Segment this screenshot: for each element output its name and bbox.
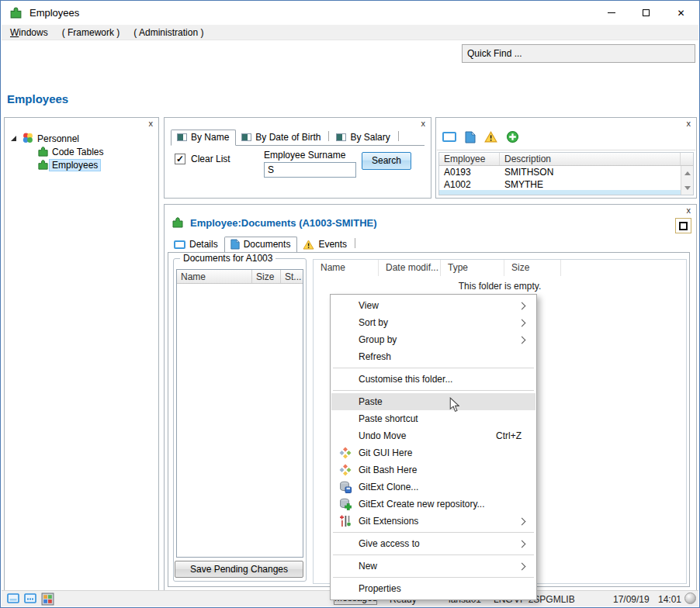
doc-panel-title: Employee:Documents (A1003-SMITHE) [172,216,377,229]
maximize-button[interactable] [629,1,664,25]
submenu-chevron-icon [518,517,526,525]
arrow-up-icon [684,171,691,175]
tree-selected-label: Employees [50,160,100,171]
menu-item-view[interactable]: View [331,297,535,314]
tree-item-code-tables[interactable]: Code Tables [5,145,158,158]
menu-framework[interactable]: ( Framework ) [55,25,127,40]
column-header-size[interactable]: Size [504,260,561,276]
clear-list-checkbox[interactable]: ✓ [175,154,185,164]
gitext-new-icon [339,498,352,510]
menu-item-paste[interactable]: Paste [331,393,535,410]
window-grid-icon[interactable] [24,592,36,605]
column-header-name[interactable]: Name [314,260,379,276]
tree-item-employees[interactable]: Employees [5,158,158,171]
app-puzzle-icon [9,6,23,19]
menu-item-customise-folder[interactable]: Customise this folder... [331,371,535,388]
menu-separator [333,390,534,391]
close-button[interactable]: ✕ [664,1,698,25]
menu-item-new[interactable]: New [331,558,535,575]
menu-item-refresh[interactable]: Refresh [331,348,535,365]
menu-item-give-access-to[interactable]: Give access to [331,535,535,552]
search-button[interactable]: Search [362,152,411,170]
menu-item-git-extensions[interactable]: Git Extensions [331,513,535,530]
maximize-icon [643,9,650,16]
results-panel-close-button[interactable]: x [687,119,691,129]
surname-input[interactable] [264,162,356,178]
framework-icon [22,132,34,144]
selection-strip [439,190,681,195]
screen-icon [241,133,251,141]
submenu-chevron-icon [518,562,526,570]
document-tabs: Details Documents Events [168,237,671,253]
menu-bar: Windows ( Framework ) ( Administration ) [2,25,698,40]
minimize-icon [608,12,615,13]
document-icon[interactable] [465,131,476,143]
toolbar-divider [437,150,695,150]
add-icon[interactable] [506,130,519,143]
tree-expand-icon[interactable] [11,136,16,141]
menu-item-sort-by[interactable]: Sort by [331,314,535,331]
submenu-chevron-icon [518,302,526,309]
column-header-status[interactable]: St... [281,270,303,283]
gitext-clone-icon [339,481,352,493]
submenu-chevron-icon [518,336,526,344]
table-row[interactable]: A0193 SMITHSON [439,166,693,178]
scroll-up-button[interactable] [681,168,693,178]
screen-icon [177,133,187,141]
table-row[interactable]: A1002 SMYTHE [439,178,693,191]
menu-item-gitext-create-repo[interactable]: GitExt Create new repository... [331,496,535,513]
menu-item-git-gui-here[interactable]: Git GUI Here [331,444,535,461]
title-bar: Employees ✕ [2,1,698,25]
search-tabs: By Name By Date of Birth By Salary [171,130,425,146]
menu-item-properties[interactable]: Properties [331,580,535,597]
warning-icon [303,240,314,250]
doc-panel-close-button[interactable]: x [687,206,691,216]
surname-label: Employee Surname [264,150,345,161]
column-header-size[interactable]: Size [252,270,281,283]
column-header-name[interactable]: Name [177,270,252,283]
scroll-down-button[interactable] [681,182,693,193]
menu-separator [333,532,534,533]
results-grid-header: Employee Description [439,153,693,166]
tab-documents[interactable]: Documents [224,237,298,253]
status-date: 17/09/19 [613,594,650,605]
menu-item-paste-shortcut[interactable]: Paste shortcut [331,410,535,427]
window-icon[interactable] [442,132,456,142]
quick-find-input[interactable]: Quick Find ... [462,44,695,63]
documents-list: Name Size St... [176,269,303,558]
warning-icon[interactable] [484,131,497,143]
results-grid: Employee Description A0193 SMITHSON A100… [438,152,694,195]
vertical-scrollbar[interactable] [681,166,693,195]
menu-windows[interactable]: Windows [3,25,55,40]
column-header-description[interactable]: Description [500,153,681,165]
app-window: Employees ✕ Windows ( Framework ) ( Admi… [0,0,700,608]
arrow-down-icon [684,186,691,190]
tab-events[interactable]: Events [297,237,353,252]
menu-item-git-bash-here[interactable]: Git Bash Here [331,461,535,478]
doc-panel-maximize-button[interactable] [675,218,691,233]
document-icon [230,239,240,250]
search-panel-close-button[interactable]: x [421,119,426,129]
tree-panel-close-button[interactable]: x [149,119,154,129]
column-header-date-modified[interactable]: Date modif... [379,260,441,276]
tab-by-date-of-birth[interactable]: By Date of Birth [236,130,327,145]
tree-item-personnel[interactable]: Personnel [5,132,158,145]
save-pending-changes-button[interactable]: Save Pending Changes [175,561,303,578]
tab-details[interactable]: Details [168,237,224,252]
minimize-button[interactable] [594,1,629,25]
git-icon [339,447,352,459]
menu-item-group-by[interactable]: Group by [331,331,535,348]
column-header-type[interactable]: Type [441,260,504,276]
submenu-chevron-icon [518,540,526,548]
menu-item-gitext-clone[interactable]: GitExt Clone... [331,478,535,496]
window-icon [174,240,185,249]
tab-by-name[interactable]: By Name [171,130,236,146]
menu-item-undo-move[interactable]: Undo Move Ctrl+Z [331,427,535,444]
color-grid-icon[interactable] [41,592,54,606]
navigation-tree-panel: x Personnel Code Tables Emplo [4,117,159,592]
tab-by-salary[interactable]: By Salary [331,130,396,145]
puzzle-icon [37,146,49,157]
window-layout-icon[interactable] [7,592,19,605]
column-header-employee[interactable]: Employee [439,153,500,165]
menu-administration[interactable]: ( Administration ) [126,25,210,40]
